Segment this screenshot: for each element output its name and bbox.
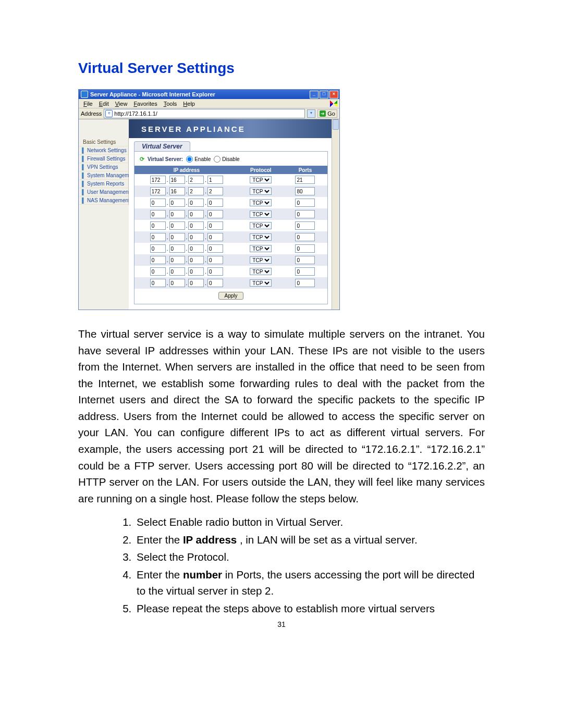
menu-file[interactable]: File bbox=[81, 100, 95, 107]
scrollbar-thumb[interactable] bbox=[333, 119, 339, 130]
col-ip: IP address bbox=[134, 166, 239, 174]
ie-icon bbox=[81, 91, 88, 98]
ip-octet-input[interactable] bbox=[169, 199, 185, 207]
sidebar-item-system-management[interactable]: ▌System Management bbox=[79, 171, 128, 180]
port-input[interactable] bbox=[295, 267, 315, 276]
refresh-icon[interactable]: ⟳ bbox=[140, 156, 144, 163]
app-banner: SERVER APPLIANCE bbox=[129, 119, 332, 138]
ip-octet-input[interactable] bbox=[207, 256, 223, 264]
ip-octet-input[interactable] bbox=[207, 221, 223, 230]
radio-disable[interactable]: Disable bbox=[214, 156, 239, 163]
ip-octet-input[interactable] bbox=[207, 199, 223, 207]
protocol-select[interactable]: TCP bbox=[250, 256, 272, 264]
table-row: ...TCP bbox=[134, 186, 327, 197]
ip-octet-input[interactable] bbox=[207, 210, 223, 218]
page-number: 31 bbox=[78, 620, 485, 628]
ip-octet-input[interactable] bbox=[169, 279, 185, 287]
ip-octet-input[interactable] bbox=[188, 176, 204, 184]
ip-octet-input[interactable] bbox=[169, 244, 185, 253]
protocol-select[interactable]: TCP bbox=[250, 233, 272, 241]
port-input[interactable] bbox=[295, 176, 315, 184]
port-input[interactable] bbox=[295, 210, 315, 218]
ip-octet-input[interactable] bbox=[150, 279, 166, 287]
ip-octet-input[interactable] bbox=[150, 199, 166, 207]
protocol-select[interactable]: TCP bbox=[250, 222, 272, 229]
sidebar-item-network-settings[interactable]: ▌Network Settings bbox=[79, 146, 128, 155]
ip-octet-input[interactable] bbox=[169, 267, 185, 276]
sidebar-item-vpn-settings[interactable]: ▌VPN Settings bbox=[79, 163, 128, 171]
port-input[interactable] bbox=[295, 233, 315, 241]
port-input[interactable] bbox=[295, 221, 315, 230]
ip-octet-input[interactable] bbox=[188, 233, 204, 241]
apply-button[interactable]: Apply bbox=[218, 292, 243, 300]
ip-octet-input[interactable] bbox=[207, 187, 223, 195]
ip-octet-input[interactable] bbox=[207, 233, 223, 241]
sidebar-item-firewall-settings[interactable]: ▌Firewall Settings bbox=[79, 155, 128, 163]
ip-octet-input[interactable] bbox=[169, 221, 185, 230]
sidebar-item-basic-settings[interactable]: Basic Settings bbox=[79, 138, 128, 146]
menu-bar: FileEditViewFavoritesToolsHelp bbox=[79, 99, 339, 108]
address-label: Address bbox=[81, 110, 102, 117]
sidebar-item-nas-management[interactable]: ▌NAS Management bbox=[79, 196, 128, 205]
ip-octet-input[interactable] bbox=[150, 210, 166, 218]
protocol-select[interactable]: TCP bbox=[250, 188, 272, 195]
sidebar-item-label: User Management bbox=[87, 189, 130, 195]
protocol-select[interactable]: TCP bbox=[250, 279, 272, 287]
sidebar-item-label: NAS Management bbox=[87, 198, 130, 203]
port-input[interactable] bbox=[295, 199, 315, 207]
ip-octet-input[interactable] bbox=[169, 256, 185, 264]
protocol-select[interactable]: TCP bbox=[250, 176, 272, 183]
menu-tools[interactable]: Tools bbox=[161, 100, 180, 107]
menu-favorites[interactable]: Favorites bbox=[131, 100, 160, 107]
ip-octet-input[interactable] bbox=[207, 279, 223, 287]
ip-octet-input[interactable] bbox=[188, 221, 204, 230]
ip-octet-input[interactable] bbox=[169, 176, 185, 184]
ip-octet-input[interactable] bbox=[188, 187, 204, 195]
bullet-icon: ▌ bbox=[82, 172, 85, 178]
ip-octet-input[interactable] bbox=[150, 244, 166, 253]
bullet-icon: ▌ bbox=[82, 147, 85, 153]
scrollbar[interactable] bbox=[332, 119, 339, 310]
ip-octet-input[interactable] bbox=[150, 256, 166, 264]
ip-octet-input[interactable] bbox=[150, 187, 166, 195]
close-button[interactable]: × bbox=[329, 91, 338, 98]
ip-octet-input[interactable] bbox=[188, 256, 204, 264]
ip-octet-input[interactable] bbox=[207, 176, 223, 184]
port-input[interactable] bbox=[295, 187, 315, 195]
menu-help[interactable]: Help bbox=[180, 100, 198, 107]
ip-octet-input[interactable] bbox=[150, 233, 166, 241]
sidebar-item-system-reports[interactable]: ▌System Reports bbox=[79, 180, 128, 188]
protocol-select[interactable]: TCP bbox=[250, 211, 272, 218]
window-title: Server Appliance - Microsoft Internet Ex… bbox=[90, 91, 215, 97]
tab-virtual-server[interactable]: Virtual Server bbox=[134, 141, 190, 151]
go-button[interactable]: ➜ Go bbox=[317, 109, 337, 118]
ip-octet-input[interactable] bbox=[188, 210, 204, 218]
ip-octet-input[interactable] bbox=[150, 221, 166, 230]
ip-octet-input[interactable] bbox=[207, 244, 223, 253]
ip-octet-input[interactable] bbox=[150, 176, 166, 184]
ip-octet-input[interactable] bbox=[188, 199, 204, 207]
menu-edit[interactable]: Edit bbox=[96, 100, 112, 107]
ip-octet-input[interactable] bbox=[169, 187, 185, 195]
ip-octet-input[interactable] bbox=[169, 210, 185, 218]
protocol-select[interactable]: TCP bbox=[250, 199, 272, 206]
ip-octet-input[interactable] bbox=[188, 267, 204, 276]
port-input[interactable] bbox=[295, 256, 315, 264]
ip-octet-input[interactable] bbox=[188, 244, 204, 253]
address-input[interactable]: e http://172.16.1.1/ bbox=[104, 109, 305, 118]
ip-octet-input[interactable] bbox=[150, 267, 166, 276]
ip-octet-input[interactable] bbox=[188, 279, 204, 287]
ip-octet-input[interactable] bbox=[169, 233, 185, 241]
port-input[interactable] bbox=[295, 279, 315, 287]
radio-enable[interactable]: Enable bbox=[186, 156, 211, 163]
sidebar-item-user-management[interactable]: ▌User Management bbox=[79, 188, 128, 196]
protocol-select[interactable]: TCP bbox=[250, 268, 272, 275]
sidebar-item-label: Network Settings bbox=[87, 147, 127, 153]
menu-view[interactable]: View bbox=[113, 100, 130, 107]
address-dropdown[interactable]: ▾ bbox=[307, 109, 315, 118]
minimize-button[interactable]: _ bbox=[310, 91, 319, 98]
protocol-select[interactable]: TCP bbox=[250, 245, 272, 252]
ip-octet-input[interactable] bbox=[207, 267, 223, 276]
maximize-button[interactable]: □ bbox=[320, 91, 328, 98]
port-input[interactable] bbox=[295, 244, 315, 253]
